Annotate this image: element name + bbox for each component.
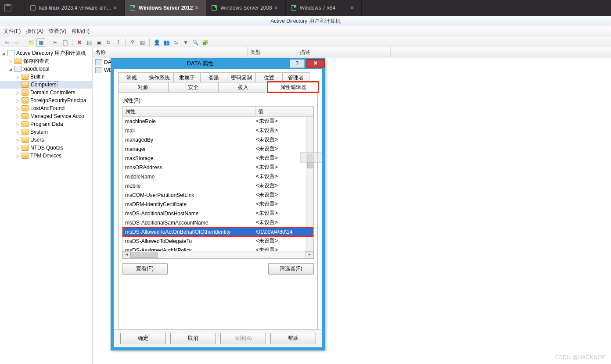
nav-back-icon[interactable]: ⇦: [3, 38, 11, 47]
filter-button[interactable]: 筛选器(F): [268, 263, 314, 275]
dialog-tab[interactable]: 密码复制: [227, 72, 256, 82]
twisty-icon[interactable]: ▷: [15, 130, 20, 135]
twisty-icon[interactable]: ▷: [15, 106, 20, 111]
dialog-tab[interactable]: 隶属于: [173, 72, 201, 82]
dialog-tab[interactable]: 属性编辑器: [268, 82, 318, 92]
cut-icon[interactable]: ✂: [51, 38, 60, 47]
ou-icon[interactable]: 🗂: [172, 38, 180, 47]
more-icon[interactable]: 🧩: [201, 38, 209, 47]
dialog-tab[interactable]: 拨入: [218, 82, 269, 92]
grid-view-icon[interactable]: ▦: [36, 38, 45, 47]
dialog-tab[interactable]: 位置: [255, 72, 283, 82]
attr-col-name[interactable]: 属性: [122, 107, 255, 116]
scroll-thumb[interactable]: [130, 252, 158, 258]
find-icon[interactable]: 🔍: [191, 38, 200, 47]
attribute-row[interactable]: msDRM-IdentityCertificate<未设置>: [122, 200, 313, 209]
close-icon[interactable]: ✕: [193, 5, 201, 11]
twisty-icon[interactable]: ▷: [15, 138, 20, 143]
user-icon[interactable]: 👤: [152, 38, 161, 47]
scroll-left-icon[interactable]: ◂: [122, 251, 130, 258]
attribute-row[interactable]: msDS-AdditionalSamAccountName<未设置>: [122, 218, 313, 227]
refresh-icon[interactable]: ▣: [94, 38, 103, 47]
attribute-row[interactable]: machineRole<未设置>: [122, 117, 313, 126]
attribute-row[interactable]: manager<未设置>: [122, 144, 313, 153]
dialog-tab[interactable]: 操作系统: [145, 72, 174, 82]
attribute-table[interactable]: 属性 值 machineRole<未设置>mail<未设置>managedBy<…: [122, 106, 314, 259]
vmware-tab[interactable]: Windows 7 x64✕: [286, 0, 362, 16]
twisty-icon[interactable]: ▷: [15, 122, 20, 127]
tree-item[interactable]: Computers: [0, 81, 92, 89]
attribute-row[interactable]: msDS-AllowedToActOnBehalfOfOtherIdentity…: [122, 227, 313, 236]
export-list-icon[interactable]: ⤴: [114, 38, 122, 47]
ok-button[interactable]: 确定: [120, 333, 166, 344]
attribute-row[interactable]: msDS-AllowedToDelegateTo<未设置>: [122, 236, 313, 246]
properties-icon[interactable]: ▤: [85, 38, 93, 47]
twisty-icon[interactable]: ◢: [8, 67, 13, 71]
dialog-tab[interactable]: 管理者: [282, 72, 309, 82]
apply-button[interactable]: 应用(A): [220, 333, 266, 344]
nav-forward-icon[interactable]: ⇨: [12, 38, 21, 47]
schedule-icon[interactable]: ▥: [138, 38, 147, 47]
tree-item[interactable]: ▷Builtin: [0, 73, 92, 81]
tree-item[interactable]: ▷ForeignSecurityPrincipa: [0, 96, 92, 104]
copy-icon[interactable]: 📋: [61, 38, 69, 47]
scroll-right-icon[interactable]: ▸: [306, 251, 313, 258]
tree-item[interactable]: ▷Users: [0, 136, 92, 144]
tree-item[interactable]: ◢xiaodi.local: [0, 65, 92, 73]
twisty-icon[interactable]: ▷: [15, 114, 20, 119]
refresh2-icon[interactable]: ↻: [104, 38, 113, 47]
twisty-icon[interactable]: ▷: [8, 59, 13, 64]
dialog-close-button[interactable]: ✕: [306, 59, 325, 68]
tree-item[interactable]: ▷System: [0, 128, 92, 136]
delete-icon[interactable]: ✖: [75, 38, 84, 47]
tree-item[interactable]: ▷保存的查询: [0, 57, 92, 65]
horizontal-scrollbar[interactable]: ◂ ▸: [122, 251, 313, 258]
attribute-row[interactable]: mhsORAddress<未设置>: [122, 163, 313, 172]
view-button[interactable]: 查看(E): [122, 263, 168, 275]
attribute-row[interactable]: maxStorage<未设置>: [122, 153, 313, 163]
vmware-tab[interactable]: kali-linux-2023.4-vmware-am...✕: [25, 0, 125, 16]
help-button[interactable]: 帮助: [270, 333, 316, 344]
tree-root[interactable]: ◢ Active Directory 用户和计算机: [0, 49, 92, 57]
menu-item[interactable]: 帮助(H): [72, 28, 90, 35]
attribute-row[interactable]: mobile<未设置>: [122, 181, 313, 190]
folder-up-icon[interactable]: 📁: [27, 38, 36, 47]
twisty-icon[interactable]: ◢: [1, 51, 6, 56]
add-user-icon[interactable]: 👥: [162, 38, 171, 47]
navigation-tree[interactable]: ◢ Active Directory 用户和计算机 ▷保存的查询◢xiaodi.…: [0, 47, 93, 364]
dialog-tab[interactable]: 安全: [168, 82, 219, 92]
list-column-header[interactable]: 名称: [93, 47, 248, 57]
tree-item[interactable]: ▷LostAndFound: [0, 104, 92, 112]
tree-item[interactable]: ▷Managed Service Acco: [0, 112, 92, 120]
vmware-tab[interactable]: Windows Server 2012✕: [125, 0, 206, 16]
twisty-icon[interactable]: ▷: [15, 90, 20, 95]
attribute-row[interactable]: msDS-AdditionalDnsHostName<未设置>: [122, 209, 313, 218]
menu-item[interactable]: 操作(A): [26, 28, 43, 35]
help-icon[interactable]: ?: [128, 38, 137, 47]
tree-item[interactable]: ▷Domain Controllers: [0, 89, 92, 96]
filter-icon[interactable]: ▼: [181, 38, 190, 47]
dialog-tab[interactable]: 常规: [118, 72, 145, 82]
close-icon[interactable]: ✕: [111, 5, 119, 11]
list-column-header[interactable]: 类型: [248, 47, 297, 57]
cancel-button[interactable]: 取消: [170, 333, 216, 344]
dialog-help-button[interactable]: ?: [290, 59, 305, 68]
twisty-icon[interactable]: ▷: [15, 75, 20, 79]
menu-item[interactable]: 查看(V): [49, 28, 66, 35]
vmware-tab[interactable]: Windows Server 2008✕: [206, 0, 285, 16]
twisty-icon[interactable]: ▷: [15, 98, 20, 103]
close-icon[interactable]: ✕: [348, 5, 356, 11]
attribute-row[interactable]: mail<未设置>: [122, 126, 313, 135]
menu-item[interactable]: 文件(F): [4, 28, 21, 35]
attribute-row[interactable]: managedBy<未设置>: [122, 135, 313, 144]
dialog-tab[interactable]: 对象: [118, 82, 169, 92]
dialog-tab[interactable]: 委派: [200, 72, 227, 82]
dialog-titlebar[interactable]: DATA 属性 ? ✕: [111, 58, 325, 69]
twisty-icon[interactable]: ▷: [15, 146, 20, 150]
tree-item[interactable]: ▷NTDS Quotas: [0, 144, 92, 152]
vmware-home-tab[interactable]: [0, 0, 25, 16]
close-icon[interactable]: ✕: [272, 5, 280, 11]
attribute-row[interactable]: msDS-AssignedAuthNPolicy<未设置>: [122, 246, 313, 251]
attribute-row[interactable]: middleName<未设置>: [122, 172, 313, 181]
attr-col-value[interactable]: 值: [255, 107, 313, 116]
